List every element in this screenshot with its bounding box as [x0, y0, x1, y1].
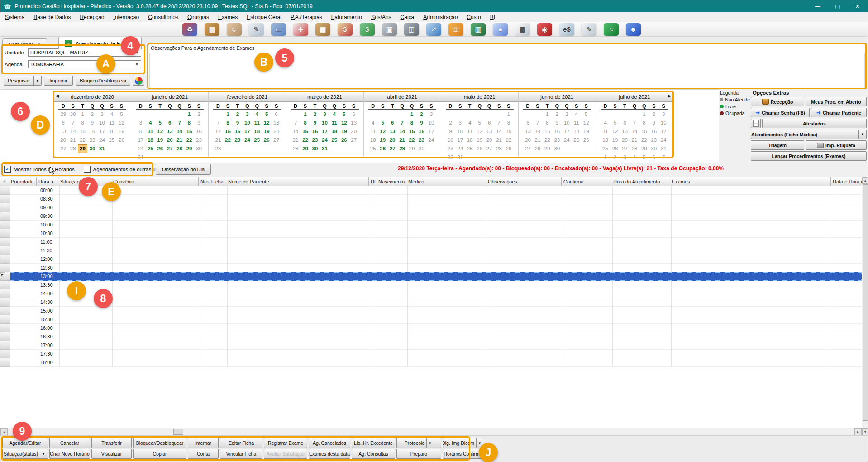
calendar-day[interactable]: 20: [620, 136, 630, 144]
calendar-day[interactable]: 11: [252, 119, 262, 127]
conta-button[interactable]: Conta: [188, 449, 219, 459]
calendar-day[interactable]: 25: [146, 144, 155, 153]
calendar-day[interactable]: 5: [581, 110, 591, 119]
calendar-day[interactable]: 16: [649, 127, 658, 136]
schedule-row[interactable]: 08:30: [0, 195, 862, 203]
column-header-prioridade[interactable]: Prioridade: [9, 177, 37, 186]
calendar-day[interactable]: 9: [194, 119, 204, 127]
calendar-day[interactable]: 18: [107, 127, 116, 136]
row-selector[interactable]: [0, 324, 10, 332]
calendar-day[interactable]: 30: [68, 110, 77, 119]
exames-desta-data-button[interactable]: Exames desta data: [309, 449, 350, 459]
calendar-day[interactable]: 29: [639, 144, 649, 153]
health-monitor-icon[interactable]: ≈: [604, 23, 619, 36]
column-header-hora-do-atendimento[interactable]: Hora do Atendimento: [611, 177, 670, 186]
calendar-day[interactable]: 2: [194, 110, 204, 119]
vertical-scrollbar[interactable]: ▲ ▼: [862, 177, 868, 435]
row-selector[interactable]: [0, 238, 10, 246]
money-transfer-icon[interactable]: $: [338, 23, 353, 36]
calendar-day[interactable]: 18: [146, 136, 155, 144]
calendar-day[interactable]: 11: [146, 127, 155, 136]
calendar-day[interactable]: 6: [387, 119, 397, 127]
schedule-row[interactable]: 09:00: [0, 203, 862, 212]
calendar-day[interactable]: 15: [543, 127, 552, 136]
calendar-day[interactable]: 9: [552, 119, 562, 127]
calendar-day[interactable]: 30: [194, 144, 204, 153]
calendar-day[interactable]: 9: [87, 119, 97, 127]
calendar-day[interactable]: 10: [426, 119, 436, 127]
calendar-day[interactable]: 28: [291, 144, 300, 153]
calendar-day[interactable]: 26: [117, 136, 126, 144]
calendar-day[interactable]: 15: [184, 127, 194, 136]
menu-item-recepcao[interactable]: Recepção: [75, 13, 109, 22]
imprimir-button[interactable]: Imprimir: [44, 76, 73, 86]
calendar-day[interactable]: 9: [310, 119, 320, 127]
calendar-day[interactable]: 10: [243, 119, 252, 127]
vertical-scroll-thumb[interactable]: [863, 184, 868, 421]
calendar-day[interactable]: 12: [610, 127, 620, 136]
calendar-day[interactable]: 9: [649, 119, 658, 127]
report-icon[interactable]: ▤: [515, 23, 530, 36]
row-selector[interactable]: [0, 298, 10, 307]
calendar-day[interactable]: 4: [107, 110, 116, 119]
close-button[interactable]: ✕: [848, 0, 868, 12]
calendar-day[interactable]: 24: [97, 136, 107, 144]
menu-item-estoque-geral[interactable]: Estoque Geral: [242, 13, 286, 22]
calendar-day[interactable]: 3: [136, 119, 145, 127]
calendar-day[interactable]: 23: [417, 136, 426, 144]
menu-item-base-de-dados[interactable]: Base de Dados: [29, 13, 75, 22]
schedule-row[interactable]: 16:00: [0, 324, 862, 332]
vincular-ficha-button[interactable]: Vincular Ficha: [220, 449, 262, 459]
calendar-day[interactable]: 26: [378, 144, 387, 153]
calendar-day[interactable]: 11: [465, 127, 475, 136]
calendar-day[interactable]: 12: [262, 119, 271, 127]
calendar-day[interactable]: 21: [213, 136, 223, 144]
chevron-down-icon[interactable]: ▼: [135, 62, 141, 67]
calendar-day[interactable]: 28: [494, 144, 504, 153]
menu-item-consultorios[interactable]: Consultórios: [143, 13, 183, 22]
calendar-day[interactable]: 27: [484, 144, 494, 153]
calendar-day[interactable]: 26: [610, 144, 620, 153]
calendar-day[interactable]: 15: [223, 127, 233, 136]
calendar-day[interactable]: 10: [136, 127, 145, 136]
registrar-exame-button[interactable]: Registrar Exame: [264, 438, 307, 448]
calendar-day[interactable]: 5: [117, 110, 126, 119]
schedule-row[interactable]: 11:00: [0, 238, 862, 246]
calendar-day[interactable]: 18: [329, 127, 339, 136]
chamar-senha-f8-button[interactable]: ➜Chamar Senha (F8): [751, 108, 810, 117]
calendar-day[interactable]: 4: [252, 110, 262, 119]
calendar-day[interactable]: 13: [165, 127, 174, 136]
calendar-day[interactable]: 13: [620, 127, 630, 136]
schedule-row[interactable]: 12:00: [0, 255, 862, 264]
calendar-day[interactable]: 30: [87, 144, 97, 153]
visualizar-button[interactable]: Visualizar: [91, 449, 132, 459]
calendar-day[interactable]: 23: [310, 136, 320, 144]
calendar-day[interactable]: 19: [475, 136, 484, 144]
calendar-day[interactable]: 27: [620, 144, 630, 153]
calendar-next-icon[interactable]: ▶: [668, 93, 671, 98]
calendar-day[interactable]: 16: [233, 127, 242, 136]
calendar-day[interactable]: 6: [58, 119, 68, 127]
calendar-day[interactable]: 24: [426, 136, 436, 144]
calendar-day[interactable]: 14: [397, 127, 407, 136]
safe-icon[interactable]: ▣: [382, 23, 397, 36]
finance-graph-icon[interactable]: ↗: [426, 23, 441, 36]
calendar-day[interactable]: 28: [397, 144, 407, 153]
calendar-day[interactable]: 14: [630, 127, 639, 136]
criar-novo-horario-button[interactable]: Criar Novo Horário: [49, 449, 90, 459]
calendar-day[interactable]: 8: [407, 119, 416, 127]
calendar-day[interactable]: 13: [272, 119, 281, 127]
agenda-dropdown[interactable]: TOMOGRAFIA ▼: [28, 60, 141, 68]
bloquear-desbloquear-button[interactable]: Bloquear/Desbloquear: [133, 438, 186, 448]
calendar-day[interactable]: 30: [649, 144, 658, 153]
schedule-row[interactable]: 15:00: [0, 307, 862, 315]
menu-item-custo[interactable]: Custo: [462, 13, 485, 22]
calendar-day[interactable]: 15: [78, 127, 87, 136]
calendar-day[interactable]: 8: [300, 119, 310, 127]
calendar-day[interactable]: 14: [175, 127, 184, 136]
row-selector[interactable]: [0, 221, 10, 229]
atestados-icon-button[interactable]: [751, 119, 761, 128]
calendar-day[interactable]: 21: [291, 136, 300, 144]
calendar-day[interactable]: 30: [552, 144, 562, 153]
calendar-day[interactable]: 17: [455, 136, 465, 144]
